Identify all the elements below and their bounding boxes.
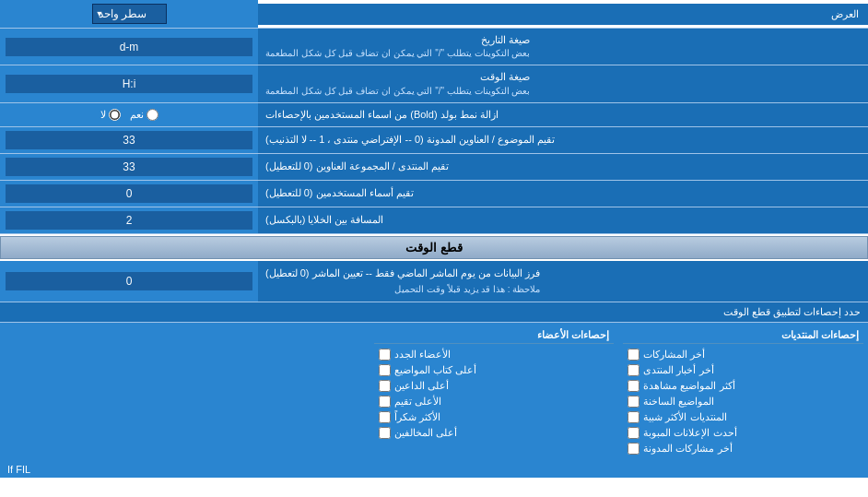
cell-spacing-row: المسافة بين الخلايا (بالبكسل): [0, 207, 868, 234]
topic-order-input-cell: [0, 127, 258, 153]
cell-spacing-input[interactable]: [6, 211, 252, 230]
forum-order-label: تقيم المنتدى / المجموعة العناوين (0 للتع…: [258, 154, 868, 180]
date-format-input[interactable]: [6, 38, 252, 56]
bold-no-label[interactable]: لا: [100, 109, 121, 121]
topic-order-row: تقيم الموضوع / العناوين المدونة (0 -- ال…: [0, 127, 868, 154]
checkbox-most-viewed-input[interactable]: [628, 380, 639, 392]
bold-remove-label: ازالة نمط بولد (Bold) من اسماء المستخدمي…: [258, 103, 868, 126]
time-format-sublabel: بعض التكوينات يتطلب "/" التي يمكن ان تضا…: [265, 85, 530, 98]
checkbox-most-viewed[interactable]: أكثر المواضيع مشاهدة: [623, 378, 863, 394]
checkbox-blog-posts[interactable]: أخر مشاركات المدونة: [623, 441, 863, 456]
checkboxes-container: إحصاءات المنتديات أخر المشاركات أخر أخبا…: [0, 323, 868, 461]
display-select-cell: سطر واحد: [0, 0, 258, 28]
time-cut-filter-input[interactable]: [6, 272, 252, 290]
users-order-row: تقيم أسماء المستخدمين (0 للتعطيل): [0, 181, 868, 207]
stats-apply-row: حدد إحصاءات لتطبيق قطع الوقت: [0, 302, 868, 323]
forum-order-row: تقيم المنتدى / المجموعة العناوين (0 للتع…: [0, 154, 868, 181]
time-format-input-cell: [0, 65, 258, 101]
bold-yes-label[interactable]: نعم: [130, 109, 158, 121]
checkbox-top-rated[interactable]: الأعلى تقيم: [374, 394, 615, 409]
checkbox-most-thankful[interactable]: الأكثر شكراً: [374, 409, 615, 425]
checkbox-top-writers[interactable]: أعلى كتاب المواضيع: [374, 362, 615, 378]
bold-remove-radio-cell: نعم لا: [0, 103, 258, 126]
forum-stats-title: إحصاءات المنتديات: [623, 327, 863, 344]
time-cut-filter-input-cell: [0, 261, 258, 302]
checkbox-classifieds-input[interactable]: [628, 427, 639, 439]
bold-remove-row: ازالة نمط بولد (Bold) من اسماء المستخدمي…: [0, 103, 868, 127]
checkbox-similar-forums[interactable]: المنتديات الأكثر شبية: [623, 409, 863, 425]
checkbox-last-posts[interactable]: أخر المشاركات: [623, 347, 863, 362]
checkbox-similar-forums-input[interactable]: [628, 411, 639, 423]
time-cut-header: قطع الوقت: [0, 236, 868, 259]
date-format-sublabel: بعض التكوينات يتطلب "/" التي يمكن ان تضا…: [265, 47, 530, 60]
cell-spacing-input-cell: [0, 207, 258, 233]
checkbox-new-members[interactable]: الأعضاء الجدد: [374, 347, 615, 362]
time-format-row: صيغة الوقت بعض التكوينات يتطلب "/" التي …: [0, 65, 868, 102]
checkbox-top-rated-input[interactable]: [379, 396, 391, 408]
checkbox-forum-news-input[interactable]: [628, 364, 639, 376]
main-container: العرض سطر واحد صيغة التاريخ بعض التكوينا…: [0, 0, 868, 478]
members-stats-col: إحصاءات الأعضاء الأعضاء الجدد أعلى كتاب …: [369, 327, 619, 456]
cell-spacing-label: المسافة بين الخلايا (بالبكسل): [258, 207, 868, 233]
users-order-input[interactable]: [6, 184, 252, 203]
checkbox-last-posts-input[interactable]: [628, 349, 639, 361]
checkbox-top-violators-input[interactable]: [379, 427, 391, 439]
forum-stats-col: إحصاءات المنتديات أخر المشاركات أخر أخبا…: [618, 327, 868, 456]
checkbox-top-violators[interactable]: أعلى المخالفين: [374, 425, 615, 441]
checkbox-hot-topics[interactable]: المواضيع الساخنة: [623, 394, 863, 409]
topic-order-input[interactable]: [6, 131, 252, 149]
checkbox-hot-topics-input[interactable]: [628, 396, 639, 408]
display-row: العرض سطر واحد: [0, 0, 868, 29]
checkbox-new-members-input[interactable]: [379, 349, 391, 361]
time-cut-filter-label: فرز البيانات من يوم الماشر الماضي فقط --…: [258, 261, 868, 302]
bottom-note: If FIL: [0, 461, 868, 478]
display-label: العرض: [258, 4, 868, 25]
topic-order-label: تقيم الموضوع / العناوين المدونة (0 -- ال…: [258, 127, 868, 153]
members-stats-title: إحصاءات الأعضاء: [374, 327, 615, 344]
checkbox-classifieds[interactable]: أحدث الإعلانات المبوبة: [623, 425, 863, 441]
checkbox-forum-news[interactable]: أخر أخبار المنتدى: [623, 362, 863, 378]
forum-order-input[interactable]: [6, 158, 252, 176]
checkbox-top-writers-input[interactable]: [379, 364, 391, 376]
time-format-label: صيغة الوقت بعض التكوينات يتطلب "/" التي …: [258, 65, 868, 101]
users-order-label: تقيم أسماء المستخدمين (0 للتعطيل): [258, 181, 868, 207]
checkbox-blog-posts-input[interactable]: [628, 443, 639, 455]
time-cut-filter-row: فرز البيانات من يوم الماشر الماضي فقط --…: [0, 261, 868, 302]
date-format-label: صيغة التاريخ بعض التكوينات يتطلب "/" الت…: [258, 29, 868, 65]
bold-no-radio[interactable]: [109, 109, 121, 121]
empty-col: [0, 327, 369, 456]
single-line-select[interactable]: سطر واحد: [92, 4, 167, 24]
checkbox-top-inviters-input[interactable]: [379, 380, 391, 392]
bold-yes-radio[interactable]: [147, 109, 158, 121]
users-order-input-cell: [0, 181, 258, 207]
time-format-input[interactable]: [6, 75, 252, 93]
forum-order-input-cell: [0, 154, 258, 180]
checkbox-most-thankful-input[interactable]: [379, 411, 391, 423]
date-format-input-cell: [0, 29, 258, 65]
date-format-row: صيغة التاريخ بعض التكوينات يتطلب "/" الت…: [0, 29, 868, 65]
time-cut-filter-note: ملاحظة : هذا قد يزيد قبلاً وقت التحميل: [265, 282, 540, 297]
single-line-wrapper: سطر واحد: [92, 4, 167, 24]
checkbox-top-inviters[interactable]: أعلى الداعين: [374, 378, 615, 394]
